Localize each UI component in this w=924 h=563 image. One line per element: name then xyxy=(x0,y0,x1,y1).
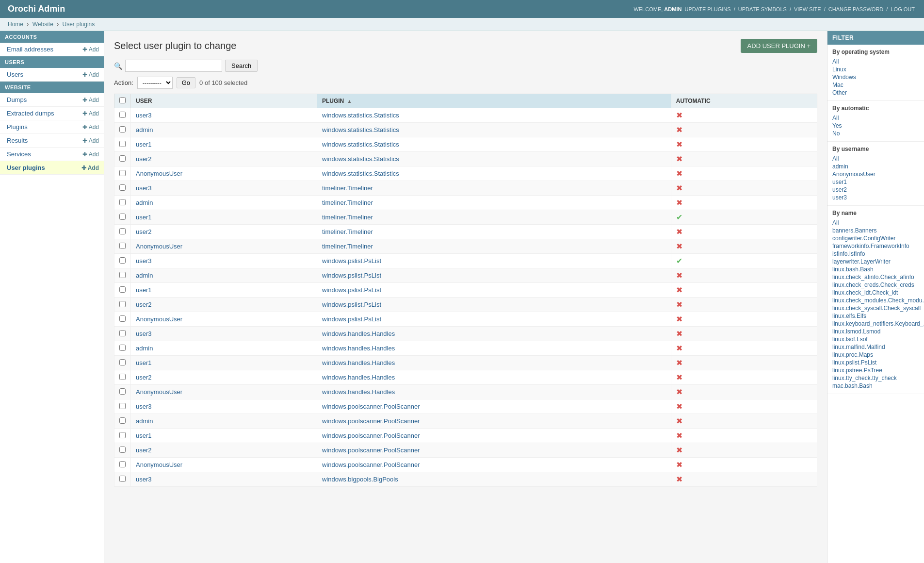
row-user-link[interactable]: AnonymousUser xyxy=(136,461,182,468)
breadcrumb-website[interactable]: Website xyxy=(32,21,53,28)
filter-os-windows[interactable]: Windows xyxy=(832,73,919,81)
breadcrumb-user-plugins[interactable]: User plugins xyxy=(63,21,95,28)
sidebar-item-services[interactable]: Services ✚ Add xyxy=(0,148,104,161)
filter-username-admin[interactable]: admin xyxy=(832,163,919,170)
row-checkbox[interactable] xyxy=(119,214,126,220)
filter-name-layerwriter[interactable]: layerwriter.LayerWriter xyxy=(832,258,919,265)
view-site-link[interactable]: VIEW SITE xyxy=(794,6,821,12)
log-out-link[interactable]: LOG OUT xyxy=(891,6,915,12)
row-user-link[interactable]: user2 xyxy=(136,447,152,454)
sidebar-link-extracted-dumps[interactable]: Extracted dumps xyxy=(7,110,54,117)
row-checkbox[interactable] xyxy=(119,461,126,467)
sidebar-link-dumps[interactable]: Dumps xyxy=(7,96,27,103)
sidebar-item-email-addresses[interactable]: Email addresses ✚ Add xyxy=(0,43,104,56)
sidebar-add-email-addresses[interactable]: ✚ Add xyxy=(82,46,99,53)
col-header-plugin[interactable]: PLUGIN ▲ xyxy=(317,94,671,108)
filter-name-frameworkinfo[interactable]: frameworkinfo.FrameworkInfo xyxy=(832,242,919,250)
select-all-header[interactable] xyxy=(114,94,131,108)
row-user-link[interactable]: user3 xyxy=(136,330,152,337)
row-plugin-link[interactable]: timeliner.Timeliner xyxy=(322,184,373,192)
action-select[interactable]: --------- xyxy=(137,77,173,89)
row-plugin-link[interactable]: windows.handles.Handles xyxy=(322,330,395,337)
row-checkbox[interactable] xyxy=(119,272,126,278)
go-button[interactable]: Go xyxy=(177,77,195,88)
filter-name-all[interactable]: All xyxy=(832,219,919,227)
sidebar-item-results[interactable]: Results ✚ Add xyxy=(0,134,104,148)
row-checkbox[interactable] xyxy=(119,476,126,482)
add-user-plugin-button[interactable]: ADD USER PLUGIN + xyxy=(741,39,817,53)
row-user-link[interactable]: user3 xyxy=(136,184,152,192)
col-header-automatic[interactable]: AUTOMATIC xyxy=(671,94,817,108)
row-user-link[interactable]: admin xyxy=(136,126,153,133)
row-user-link[interactable]: admin xyxy=(136,345,153,352)
row-user-link[interactable]: user1 xyxy=(136,141,152,148)
row-user-link[interactable]: user3 xyxy=(136,476,152,483)
row-user-link[interactable]: user1 xyxy=(136,214,152,221)
sidebar-item-users[interactable]: Users ✚ Add xyxy=(0,68,104,82)
row-checkbox[interactable] xyxy=(119,374,126,380)
filter-username-all[interactable]: All xyxy=(832,155,919,163)
filter-name-banners[interactable]: banners.Banners xyxy=(832,227,919,234)
row-user-link[interactable]: user2 xyxy=(136,155,152,163)
search-button[interactable]: Search xyxy=(225,60,258,72)
filter-name-linux-pstree[interactable]: linux.pstree.PsTree xyxy=(832,366,919,374)
row-checkbox[interactable] xyxy=(119,170,126,176)
row-checkbox[interactable] xyxy=(119,228,126,234)
filter-name-linux-pslist[interactable]: linux.pslist.PsList xyxy=(832,359,919,366)
sidebar-item-extracted-dumps[interactable]: Extracted dumps ✚ Add xyxy=(0,107,104,120)
filter-name-linux-keyboard[interactable]: linux.keyboard_notifiers.Keyboard_... xyxy=(832,320,919,328)
row-user-link[interactable]: user2 xyxy=(136,301,152,308)
row-plugin-link[interactable]: windows.pslist.PsList xyxy=(322,272,381,279)
row-user-link[interactable]: admin xyxy=(136,417,153,425)
row-user-link[interactable]: AnonymousUser xyxy=(136,243,182,250)
sidebar-add-users[interactable]: ✚ Add xyxy=(82,71,99,78)
row-checkbox[interactable] xyxy=(119,301,126,307)
sidebar-link-services[interactable]: Services xyxy=(7,150,31,158)
row-plugin-link[interactable]: windows.pslist.PsList xyxy=(322,257,381,265)
row-checkbox[interactable] xyxy=(119,184,126,191)
row-plugin-link[interactable]: windows.pslist.PsList xyxy=(322,286,381,294)
row-checkbox[interactable] xyxy=(119,432,126,438)
row-checkbox[interactable] xyxy=(119,286,126,293)
filter-name-linux-bash[interactable]: linux.bash.Bash xyxy=(832,265,919,273)
filter-os-linux[interactable]: Linux xyxy=(832,66,919,73)
row-plugin-link[interactable]: windows.statistics.Statistics xyxy=(322,141,399,148)
sidebar-item-plugins[interactable]: Plugins ✚ Add xyxy=(0,120,104,134)
row-checkbox[interactable] xyxy=(119,417,126,424)
row-plugin-link[interactable]: windows.handles.Handles xyxy=(322,374,395,381)
row-user-link[interactable]: AnonymousUser xyxy=(136,388,182,396)
row-plugin-link[interactable]: windows.pslist.PsList xyxy=(322,315,381,323)
breadcrumb-home[interactable]: Home xyxy=(8,21,23,28)
row-checkbox[interactable] xyxy=(119,155,126,162)
filter-name-linux-maps[interactable]: linux.proc.Maps xyxy=(832,351,919,359)
filter-name-isfinfo[interactable]: isfinfo.IsfInfo xyxy=(832,250,919,258)
row-plugin-link[interactable]: windows.handles.Handles xyxy=(322,359,395,366)
filter-os-other[interactable]: Other xyxy=(832,89,919,97)
update-plugins-link[interactable]: UPDATE PLUGINS xyxy=(684,6,730,12)
row-plugin-link[interactable]: timeliner.Timeliner xyxy=(322,199,373,206)
sidebar-add-results[interactable]: ✚ Add xyxy=(82,137,99,144)
filter-name-linux-malfind[interactable]: linux.malfind.Malfind xyxy=(832,343,919,351)
update-symbols-link[interactable]: UPDATE SYMBOLS xyxy=(738,6,787,12)
sidebar-link-results[interactable]: Results xyxy=(7,137,28,144)
row-user-link[interactable]: user1 xyxy=(136,359,152,366)
row-plugin-link[interactable]: windows.handles.Handles xyxy=(322,388,395,396)
sidebar-add-extracted-dumps[interactable]: ✚ Add xyxy=(82,110,99,117)
filter-name-mac-bash[interactable]: mac.bash.Bash xyxy=(832,382,919,390)
filter-os-all[interactable]: All xyxy=(832,58,919,66)
row-user-link[interactable]: admin xyxy=(136,272,153,279)
sidebar-add-user-plugins[interactable]: ✚ Add xyxy=(81,165,99,171)
filter-username-user2[interactable]: user2 xyxy=(832,186,919,194)
row-user-link[interactable]: AnonymousUser xyxy=(136,170,182,177)
filter-name-configwriter[interactable]: configwriter.ConfigWriter xyxy=(832,234,919,242)
filter-name-linux-tty[interactable]: linux.tty_check.tty_check xyxy=(832,374,919,382)
row-checkbox[interactable] xyxy=(119,330,126,336)
row-checkbox[interactable] xyxy=(119,388,126,395)
row-user-link[interactable]: AnonymousUser xyxy=(136,315,182,323)
row-plugin-link[interactable]: windows.poolscanner.PoolScanner xyxy=(322,417,420,425)
row-checkbox[interactable] xyxy=(119,359,126,365)
filter-username-anonymous[interactable]: AnonymousUser xyxy=(832,170,919,178)
row-plugin-link[interactable]: windows.statistics.Statistics xyxy=(322,170,399,177)
row-plugin-link[interactable]: windows.pslist.PsList xyxy=(322,301,381,308)
row-checkbox[interactable] xyxy=(119,126,126,132)
